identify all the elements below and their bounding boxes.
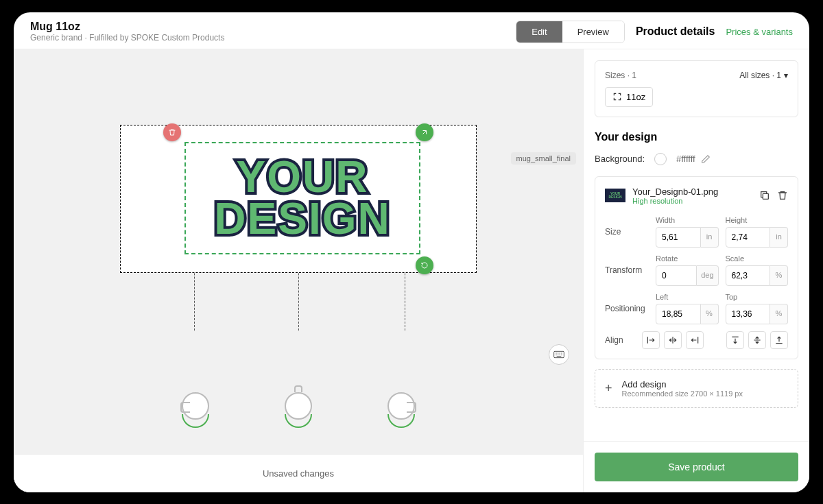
chevron-down-icon: ▾: [784, 71, 788, 80]
width-label: Width: [656, 216, 719, 224]
edit-tab[interactable]: Edit: [516, 21, 562, 43]
canvas-main[interactable]: mug_small_final: [14, 49, 583, 379]
view-thumbnails: [14, 379, 583, 454]
rotate-icon: [420, 261, 429, 269]
align-bottom-button[interactable]: [770, 331, 788, 349]
rotate-handle[interactable]: [416, 256, 433, 274]
height-input[interactable]: [726, 227, 771, 248]
background-label: Background:: [595, 154, 645, 164]
align-center-v-button[interactable]: [748, 331, 766, 349]
align-left-icon: [646, 335, 656, 345]
mug-view-left[interactable]: [175, 392, 216, 427]
product-subtitle: Generic brand · Fulfilled by SPOKE Custo…: [30, 33, 224, 43]
align-top-button[interactable]: [726, 331, 744, 349]
unsaved-changes-label: Unsaved changes: [14, 454, 583, 492]
sidebar-footer: Save product: [584, 441, 809, 492]
file-resolution: High resolution: [632, 197, 718, 205]
rotate-label: Rotate: [656, 254, 719, 263]
left-unit: %: [701, 304, 719, 324]
app-window: Mug 11oz Generic brand · Fulfilled by SP…: [14, 12, 809, 492]
file-thumbnail: YOURDESIGN: [605, 189, 625, 202]
trash-icon: [168, 128, 176, 136]
add-design-title: Add design: [622, 379, 743, 389]
height-label: Height: [726, 216, 789, 224]
scale-handle[interactable]: [416, 123, 433, 141]
canvas-area: mug_small_final: [14, 49, 583, 492]
align-left-button[interactable]: [642, 331, 660, 349]
background-row: Background: #ffffff: [595, 153, 798, 165]
scale-input[interactable]: [726, 265, 771, 286]
size-label: Size: [605, 227, 649, 237]
body: mug_small_final: [14, 49, 809, 492]
design-text-line2: DESIGN: [214, 198, 390, 240]
positioning-label: Positioning: [605, 304, 649, 313]
prices-variants-link[interactable]: Prices & variants: [726, 27, 793, 37]
width-unit: in: [701, 227, 719, 248]
design-file-card: YOURDESIGN Your_Designb-01.png High reso…: [595, 176, 798, 359]
expand-icon: [420, 128, 429, 136]
background-swatch[interactable]: [654, 153, 667, 165]
artboard-label-chip: mug_small_final: [511, 152, 576, 165]
align-center-v-icon: [752, 335, 762, 345]
plus-icon: +: [605, 381, 612, 396]
keyboard-button[interactable]: [549, 344, 569, 365]
sizes-count-label: Sizes · 1: [605, 71, 636, 80]
header: Mug 11oz Generic brand · Fulfilled by SP…: [14, 12, 809, 49]
left-label: Left: [656, 293, 719, 301]
top-input[interactable]: [726, 304, 771, 324]
delete-handle[interactable]: [163, 123, 181, 141]
left-input[interactable]: [656, 304, 701, 324]
pencil-icon: [701, 154, 711, 164]
product-details-heading: Product details: [636, 25, 715, 38]
align-center-h-button[interactable]: [664, 331, 682, 349]
svg-rect-0: [554, 351, 564, 357]
mug-view-right[interactable]: [381, 392, 422, 427]
artboard[interactable]: YOUR DESIGN: [120, 125, 477, 273]
rotate-unit: deg: [697, 265, 718, 286]
top-label: Top: [726, 293, 789, 301]
height-unit: in: [770, 227, 788, 248]
design-text-line1: YOUR: [237, 156, 369, 198]
header-right: Edit Preview Product details Prices & va…: [516, 21, 793, 43]
header-left: Mug 11oz Generic brand · Fulfilled by SP…: [30, 21, 224, 43]
edit-preview-toggle: Edit Preview: [516, 21, 625, 43]
all-sizes-dropdown[interactable]: All sizes · 1 ▾: [739, 71, 788, 80]
background-hex: #ffffff: [676, 154, 695, 164]
size-chip[interactable]: 11oz: [605, 87, 653, 107]
top-unit: %: [770, 304, 788, 324]
align-top-icon: [730, 335, 740, 345]
file-name: Your_Designb-01.png: [632, 187, 718, 197]
save-product-button[interactable]: Save product: [595, 453, 798, 481]
scale-unit: %: [770, 265, 788, 286]
align-right-icon: [690, 335, 700, 345]
duplicate-file-button[interactable]: [759, 190, 770, 201]
mug-view-center[interactable]: [278, 392, 319, 427]
your-design-heading: Your design: [595, 131, 798, 143]
product-title: Mug 11oz: [30, 21, 224, 33]
sidebar-content: Sizes · 1 All sizes · 1 ▾ 11oz Your desi…: [584, 49, 809, 441]
transform-label: Transform: [605, 265, 649, 275]
sizes-card: Sizes · 1 All sizes · 1 ▾ 11oz: [595, 60, 798, 117]
design-artwork: YOUR DESIGN: [186, 143, 419, 253]
rotate-input[interactable]: [656, 265, 697, 286]
scale-label: Scale: [726, 254, 789, 263]
fullscreen-icon: [612, 92, 622, 101]
svg-rect-1: [763, 193, 768, 199]
align-bottom-icon: [774, 335, 784, 345]
edit-background-button[interactable]: [701, 154, 711, 164]
add-design-subtitle: Recommended size 2700 × 1119 px: [622, 389, 743, 398]
align-label: Align: [605, 335, 635, 345]
width-input[interactable]: [656, 227, 701, 248]
sidebar: Sizes · 1 All sizes · 1 ▾ 11oz Your desi…: [583, 49, 809, 492]
align-right-button[interactable]: [686, 331, 704, 349]
copy-icon: [759, 190, 770, 201]
add-design-button[interactable]: + Add design Recommended size 2700 × 111…: [595, 369, 798, 408]
delete-file-button[interactable]: [777, 190, 788, 201]
keyboard-icon: [553, 350, 564, 359]
trash-icon: [777, 190, 788, 201]
design-selection[interactable]: YOUR DESIGN: [184, 142, 420, 254]
preview-tab[interactable]: Preview: [562, 21, 624, 43]
align-center-h-icon: [668, 335, 678, 345]
